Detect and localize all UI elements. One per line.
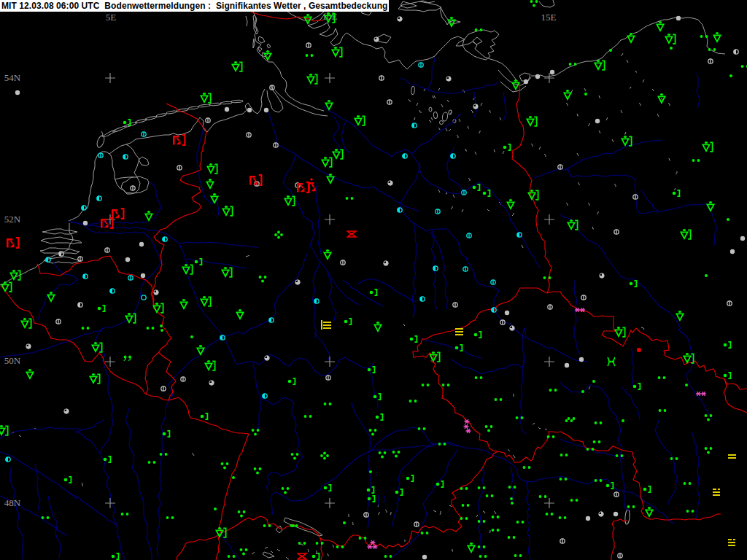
svg-text:48N: 48N [4, 497, 21, 508]
svg-text:50N: 50N [4, 355, 21, 366]
svg-text:15E: 15E [541, 12, 557, 23]
svg-text:54N: 54N [4, 72, 21, 83]
svg-text:5E: 5E [106, 12, 117, 23]
svg-text:52N: 52N [4, 214, 21, 225]
